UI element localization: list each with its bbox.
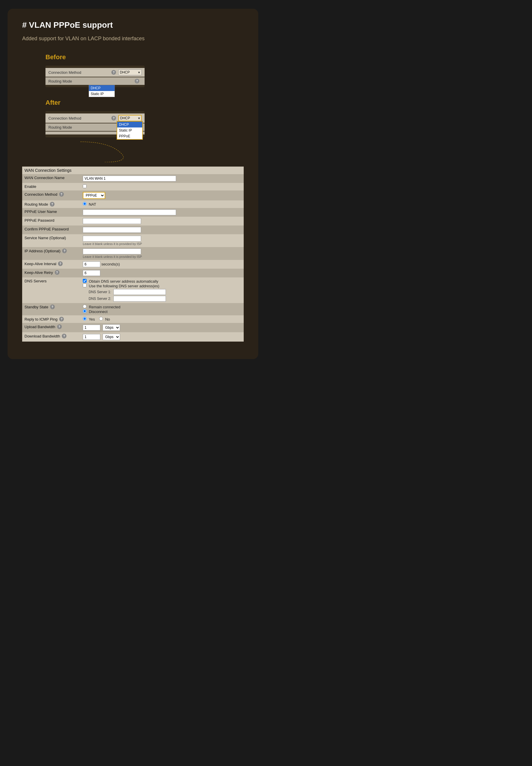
- wan-dns-auto-checkbox[interactable]: [83, 279, 87, 283]
- page-title: # VLAN PPPoE support: [22, 20, 244, 30]
- wan-service-row: Service Name (Optional) Leave it blank u…: [22, 234, 244, 247]
- wan-header: WAN Connection Settings: [22, 166, 244, 174]
- wan-name-cell: [80, 174, 244, 183]
- wan-routing-row: Routing Mode ? NAT: [22, 200, 244, 208]
- before-connection-row: Connection Method ? DHCP Static IP ▼: [45, 68, 145, 77]
- wan-icmp-label: Reply to ICMP Ping ?: [22, 315, 80, 323]
- wan-dns-auto-label: Obtain DNS server address automatically: [89, 279, 158, 283]
- after-dropdown-popup: DHCP Static IP PPPoE: [117, 121, 143, 140]
- before-connection-dropdown[interactable]: DHCP Static IP ▼: [118, 69, 142, 75]
- wan-header-row: WAN Connection Settings: [22, 166, 244, 174]
- before-routing-row: Routing Mode ?: [45, 77, 145, 85]
- wan-ip-cell: Leave it blank unless it is provided by …: [80, 247, 244, 260]
- wan-routing-radio[interactable]: [83, 202, 87, 206]
- wan-enable-label: Enable: [22, 183, 80, 190]
- after-connection-select[interactable]: DHCP Static IP PPPoE: [118, 115, 142, 121]
- wan-dns1-label: DNS Server 1:: [89, 290, 111, 294]
- before-dropdown-popup: DHCP Static IP: [89, 85, 115, 97]
- wan-ip-hint: Leave it blank unless it is provided by …: [83, 255, 241, 258]
- wan-dns-manual: Use the following DNS server address(es): [83, 283, 241, 288]
- wan-keepalive-interval-cell: seconds(s): [80, 260, 244, 269]
- wan-keepalive-retry-label: Keep-Alive Retry ?: [22, 269, 80, 277]
- before-routing-help-icon[interactable]: ?: [135, 79, 139, 83]
- wan-pppoe-username-input[interactable]: [83, 209, 176, 215]
- wan-connmethod-help-icon[interactable]: ?: [59, 192, 64, 197]
- wan-pppoe-username-cell: [80, 208, 244, 217]
- wan-icmp-row: Reply to ICMP Ping ? Yes No: [22, 315, 244, 323]
- wan-keepalive-interval-help-icon[interactable]: ?: [58, 261, 63, 266]
- wan-icmp-no-radio[interactable]: [99, 317, 103, 320]
- wan-icmp-help-icon[interactable]: ?: [59, 317, 64, 321]
- before-label: Before: [45, 53, 244, 61]
- wan-keepalive-interval-label: Keep-Alive Interval ?: [22, 260, 80, 269]
- wan-keepalive-retry-row: Keep-Alive Retry ?: [22, 269, 244, 277]
- wan-standby-remain: Remain connected: [83, 304, 241, 309]
- wan-dns-label: DNS Servers: [22, 277, 80, 303]
- wan-enable-checkbox[interactable]: [83, 184, 87, 188]
- wan-icmp-yes-radio[interactable]: [83, 317, 87, 320]
- wan-dns1-input[interactable]: [113, 289, 166, 295]
- after-option-pppoe[interactable]: PPPoE: [117, 133, 142, 139]
- wan-keepalive-retry-input[interactable]: [83, 270, 100, 276]
- wan-standby-disconnect-radio[interactable]: [83, 309, 87, 313]
- wan-name-row: WAN Connection Name: [22, 174, 244, 183]
- after-connection-label: Connection Method: [48, 116, 111, 120]
- wan-keepalive-interval-suffix: seconds(s): [101, 262, 120, 266]
- wan-enable-row: Enable: [22, 183, 244, 190]
- wan-icmp-yes-label: Yes: [89, 317, 95, 321]
- wan-upload-unit-select[interactable]: Gbps Mbps Kbps: [103, 324, 120, 331]
- wan-connmethod-cell: PPPoE DHCP Static IP: [80, 190, 244, 200]
- wan-upload-input[interactable]: [83, 325, 100, 330]
- before-section: Before Connection Method ? DHCP Static I…: [22, 53, 244, 87]
- wan-download-help-icon[interactable]: ?: [62, 334, 66, 338]
- wan-service-input[interactable]: [83, 236, 141, 241]
- after-label: After: [45, 99, 244, 106]
- wan-routing-value: NAT: [83, 202, 96, 206]
- before-option-staticip[interactable]: Static IP: [89, 91, 115, 97]
- wan-service-label: Service Name (Optional): [22, 234, 80, 247]
- after-option-staticip[interactable]: Static IP: [117, 127, 142, 133]
- before-connection-select[interactable]: DHCP Static IP: [118, 69, 142, 75]
- wan-routing-help-icon[interactable]: ?: [50, 202, 55, 206]
- wan-upload-row: Upload Bandwidth ? Gbps Mbps Kbps: [22, 323, 244, 332]
- after-connection-help-icon[interactable]: ?: [111, 116, 116, 120]
- wan-download-input[interactable]: [83, 334, 100, 340]
- wan-enable-cell: [80, 183, 244, 190]
- wan-pppoe-pass-cell: [80, 217, 244, 225]
- wan-standby-remain-radio[interactable]: [83, 304, 87, 308]
- wan-standby-label: Standby State ?: [22, 303, 80, 315]
- wan-keepalive-interval-input[interactable]: [83, 261, 100, 267]
- wan-dns2-row: DNS Server 2:: [89, 296, 241, 301]
- wan-pppoe-confirm-input[interactable]: [83, 227, 141, 233]
- wan-ip-row: IP Address (Optional) ? Leave it blank u…: [22, 247, 244, 260]
- wan-upload-cell: Gbps Mbps Kbps: [80, 323, 244, 332]
- wan-connmethod-select[interactable]: PPPoE DHCP Static IP: [83, 192, 105, 199]
- wan-upload-help-icon[interactable]: ?: [57, 324, 62, 329]
- wan-routing-cell: NAT: [80, 200, 244, 208]
- page-subtitle: Added support for VLAN on LACP bonded in…: [22, 36, 244, 42]
- wan-pppoe-pass-input[interactable]: [83, 218, 141, 224]
- wan-keepalive-interval-row: Keep-Alive Interval ? seconds(s): [22, 260, 244, 269]
- page-container: # VLAN PPPoE support Added support for V…: [8, 9, 258, 359]
- wan-standby-disconnect-label: Disconnect: [89, 309, 108, 314]
- wan-routing-label: Routing Mode ?: [22, 200, 80, 208]
- wan-ip-input[interactable]: [83, 248, 141, 254]
- after-connection-dropdown[interactable]: DHCP Static IP PPPoE ▼: [118, 115, 142, 121]
- wan-dns-manual-checkbox[interactable]: [83, 283, 87, 287]
- wan-dns2-input[interactable]: [113, 296, 166, 301]
- wan-download-unit-select[interactable]: Gbps Mbps Kbps: [103, 334, 120, 340]
- wan-pppoe-username-row: PPPoE User Name: [22, 208, 244, 217]
- wan-pppoe-pass-row: PPPoE Password: [22, 217, 244, 225]
- wan-name-input[interactable]: [83, 176, 176, 181]
- wan-pppoe-confirm-cell: [80, 225, 244, 234]
- wan-dns-row: DNS Servers Obtain DNS server address au…: [22, 277, 244, 303]
- wan-ip-help-icon[interactable]: ?: [62, 248, 67, 253]
- wan-settings-table: WAN Connection Settings WAN Connection N…: [22, 166, 244, 341]
- wan-connmethod-label: Connection Method ?: [22, 190, 80, 200]
- wan-standby-help-icon[interactable]: ?: [50, 304, 55, 309]
- wan-keepalive-retry-help-icon[interactable]: ?: [55, 270, 59, 275]
- after-option-dhcp[interactable]: DHCP: [117, 122, 142, 127]
- before-option-dhcp[interactable]: DHCP: [89, 85, 115, 91]
- before-connection-help-icon[interactable]: ?: [111, 70, 116, 75]
- wan-download-row: Download Bandwidth ? Gbps Mbps Kbps: [22, 332, 244, 341]
